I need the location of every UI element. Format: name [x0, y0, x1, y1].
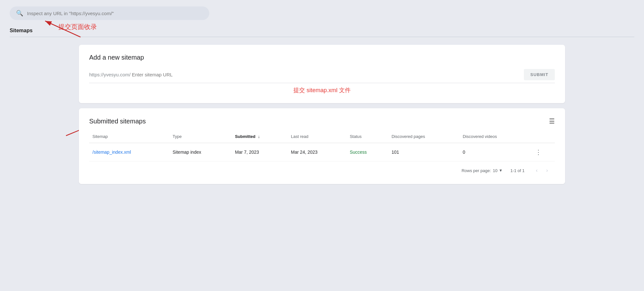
submitted-sitemaps-title: Submitted sitemaps	[89, 118, 146, 125]
sitemaps-section-header: Sitemaps 提交页面收录	[10, 26, 634, 34]
next-page-button[interactable]: ›	[543, 166, 552, 175]
cell-last-read: Mar 24, 2023	[288, 143, 347, 161]
cell-submitted: Mar 7, 2023	[232, 143, 288, 161]
prev-page-button[interactable]: ‹	[532, 166, 541, 175]
cell-more[interactable]: ⋮	[532, 143, 555, 161]
submitted-sitemaps-wrapper: Submitted sitemaps ☰ Sitemap Type Submit…	[79, 108, 565, 184]
cell-type: Sitemap index	[169, 143, 232, 161]
submitted-sitemaps-header: Submitted sitemaps ☰	[89, 117, 555, 125]
search-icon: 🔍	[16, 10, 23, 17]
chinese-annotation-1: 提交页面收录	[58, 23, 97, 31]
pagination-info: 1-1 of 1	[510, 168, 525, 173]
table-header-row: Sitemap Type Submitted ↓ Last read Statu…	[89, 131, 555, 143]
pagination: Rows per page: 10 ▼ 1-1 of 1 ‹ ›	[89, 161, 555, 175]
col-discovered-videos: Discovered videos	[459, 131, 532, 143]
col-last-read: Last read	[288, 131, 347, 143]
sitemap-url-input[interactable]	[132, 72, 517, 77]
cell-sitemap[interactable]: /sitemap_index.xml	[89, 143, 169, 161]
col-sitemap: Sitemap	[89, 131, 169, 143]
table-row: /sitemap_index.xml Sitemap index Mar 7, …	[89, 143, 555, 161]
col-actions	[532, 131, 555, 143]
submitted-sitemaps-card: Submitted sitemaps ☰ Sitemap Type Submit…	[79, 108, 565, 184]
rows-per-page: Rows per page: 10 ▼	[461, 168, 502, 173]
col-status: Status	[346, 131, 388, 143]
cell-discovered-pages: 101	[388, 143, 459, 161]
col-discovered-pages: Discovered pages	[388, 131, 459, 143]
submit-button[interactable]: SUBMIT	[524, 69, 555, 80]
sitemaps-label: Sitemaps	[10, 28, 33, 34]
add-sitemap-card: Add a new sitemap https://yvesyu.com/ SU…	[79, 45, 565, 103]
more-options-icon[interactable]: ⋮	[535, 149, 542, 156]
rows-per-page-select[interactable]: 10 ▼	[493, 168, 503, 173]
pagination-nav: ‹ ›	[532, 166, 552, 175]
sitemap-prefix: https://yvesyu.com/	[89, 72, 130, 77]
add-sitemap-title: Add a new sitemap	[89, 54, 555, 61]
col-type: Type	[169, 131, 232, 143]
search-input[interactable]	[27, 11, 203, 16]
chinese-annotation-2: 提交 sitemap.xml 文件	[89, 86, 555, 94]
rows-per-page-value: 10	[493, 168, 497, 173]
cell-discovered-videos: 0	[459, 143, 532, 161]
filter-icon[interactable]: ☰	[549, 117, 555, 125]
col-submitted[interactable]: Submitted ↓	[232, 131, 288, 143]
sort-arrow-icon: ↓	[258, 134, 260, 139]
sitemaps-table: Sitemap Type Submitted ↓ Last read Statu…	[89, 131, 555, 161]
search-bar: 🔍	[10, 6, 209, 20]
rows-per-page-label: Rows per page:	[461, 168, 491, 173]
section-divider	[10, 37, 634, 37]
chevron-down-icon: ▼	[499, 168, 503, 173]
cell-status: Success	[346, 143, 388, 161]
sitemap-input-row: https://yvesyu.com/ SUBMIT	[89, 69, 555, 83]
